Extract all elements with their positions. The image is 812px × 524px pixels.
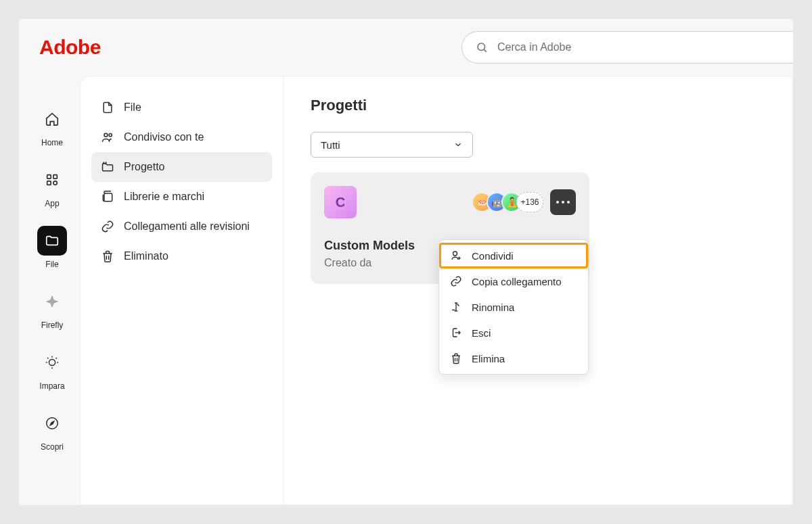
card-actions: 🎂 🤖 🧘 +136 [472,189,576,215]
menu-label: Condividi [472,250,514,262]
svg-rect-3 [53,175,58,179]
menu-label: Rinomina [472,302,514,313]
trash-icon [101,249,114,263]
page-title: Progetti [311,97,765,114]
rail-item-firefly[interactable]: Firefly [32,287,72,330]
adobe-logo: Adobe [39,36,101,59]
sidebar-label: Condiviso con te [124,131,204,143]
svg-rect-2 [47,175,51,179]
menu-item-copylink[interactable]: Copia collegamento [439,268,588,294]
lightbulb-icon [45,355,60,370]
svg-point-16 [109,134,112,137]
more-button[interactable] [550,189,576,215]
link-icon [101,220,114,233]
sidebar-label: Collegamenti alle revisioni [124,220,250,233]
header: Adobe Cerca in Adobe [19,19,793,76]
home-icon [45,112,60,126]
project-thumbnail: C [324,186,357,218]
link-icon [450,275,462,287]
svg-marker-14 [50,421,54,425]
sidebar-label: Progetto [124,161,164,173]
sidebar: File Condiviso con te Progetto Librerie … [81,76,284,504]
menu-label: Copia collegamento [472,276,562,287]
file-icon [101,101,114,114]
svg-point-5 [53,181,58,185]
rail-item-home[interactable]: Home [32,104,72,147]
content-panel: File Condiviso con te Progetto Librerie … [80,76,793,505]
rail-item-learn[interactable]: Impara [32,348,72,391]
project-icon [101,160,114,174]
avatar-overflow: +136 [516,192,543,212]
chevron-down-icon [453,140,463,149]
card-header: C 🎂 🤖 🧘 +136 [324,186,576,218]
sidebar-item-deleted[interactable]: Eliminato [91,241,272,271]
sidebar-item-shared[interactable]: Condiviso con te [91,122,272,152]
app-frame: Adobe Cerca in Adobe Home App File Firef… [19,19,793,505]
firefly-icon [45,294,60,309]
sidebar-label: File [124,101,141,114]
sidebar-item-libraries[interactable]: Librerie e marchi [91,182,272,212]
rail-label-file: File [45,260,58,269]
rail-label-discover: Scopri [41,442,64,452]
svg-line-11 [47,358,48,358]
apps-icon [45,172,60,187]
member-avatars: 🎂 🤖 🧘 +136 [472,192,543,212]
rail-label-learn: Impara [39,381,64,391]
menu-item-delete[interactable]: Elimina [439,346,588,371]
search-placeholder: Cerca in Adobe [497,41,571,53]
svg-line-1 [484,49,486,51]
menu-item-rename[interactable]: Rinomina [439,294,588,320]
sidebar-item-file[interactable]: File [91,93,272,122]
context-menu: Condividi Copia collegamento Rinomina Es… [438,239,589,375]
person-plus-icon [450,249,462,262]
menu-label: Elimina [472,353,505,364]
svg-line-12 [56,358,57,358]
rail-label-firefly: Firefly [41,320,64,330]
sidebar-item-project[interactable]: Progetto [91,152,272,182]
menu-item-leave[interactable]: Esci [439,320,588,346]
rename-icon [450,301,462,313]
rail-item-file[interactable]: File [32,226,72,269]
rail-item-discover[interactable]: Scopri [32,408,72,452]
svg-point-20 [453,252,457,256]
search-wrap: Cerca in Adobe [461,31,793,64]
menu-item-share[interactable]: Condividi [439,243,588,268]
libraries-icon [101,190,114,204]
svg-point-0 [478,43,485,51]
svg-point-6 [49,359,55,365]
sidebar-item-reviews[interactable]: Collegamenti alle revisioni [91,212,272,241]
search-input[interactable]: Cerca in Adobe [461,31,793,64]
left-rail: Home App File Firefly Impara Scopri [19,100,85,452]
search-icon [476,41,488,53]
rail-label-app: App [45,199,59,208]
filter-value: Tutti [321,139,340,151]
svg-rect-4 [47,181,51,185]
trash-icon [450,352,462,364]
rail-item-app[interactable]: App [32,165,72,208]
filter-dropdown[interactable]: Tutti [311,132,473,158]
rail-label-home: Home [41,138,63,147]
exit-icon [450,327,462,339]
folder-icon [45,233,60,248]
people-icon [101,130,114,144]
sidebar-label: Librerie e marchi [124,191,204,203]
sidebar-label: Eliminato [124,250,168,262]
svg-rect-17 [104,193,112,201]
compass-icon [45,416,60,431]
svg-point-15 [104,133,108,137]
menu-label: Esci [472,327,491,339]
